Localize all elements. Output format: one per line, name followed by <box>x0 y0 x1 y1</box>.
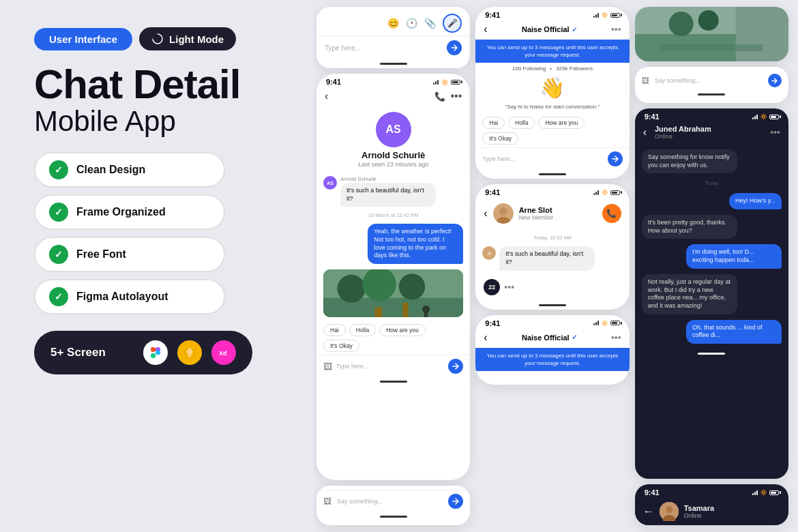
say-placeholder-tr[interactable]: Say something... <box>655 77 763 84</box>
sketch-icon[interactable] <box>177 340 202 365</box>
phone-button-1[interactable]: 📞 <box>434 91 445 102</box>
quick-reply-holla-1[interactable]: Holla <box>349 324 376 336</box>
feature-label-1: Clean Design <box>76 164 145 176</box>
phone-arne: 9:41 🔅 ‹ <box>475 184 629 309</box>
svg-text:Xd: Xd <box>219 350 227 357</box>
light-mode-badge[interactable]: Light Mode <box>139 27 236 50</box>
juned-header: ‹ Juned Abraham Online ••• <box>635 122 788 144</box>
msg-bubble-received-1: It's such a beautiful day, isn't it? <box>340 183 436 207</box>
arnold-lastseen: Last seen 23 minutes ago <box>325 161 462 168</box>
tsamara-name: Tsamara <box>684 504 714 512</box>
mic-icon[interactable]: 🎤 <box>443 14 462 33</box>
status-time-arne: 9:41 <box>485 188 500 196</box>
naise-name: Naise Official ✓ <box>493 25 606 33</box>
quick-reply-okay-2[interactable]: It's Okay <box>482 132 518 145</box>
naise-header: ‹ Naise Official ✓ ••• <box>475 20 629 40</box>
quick-reply-okay-1[interactable]: It's Okay <box>323 340 359 352</box>
phone-column-2: 9:41 🔅 ‹ Naise Official ✓ <box>473 7 632 525</box>
following-count: 100 Following <box>512 65 546 72</box>
naise-stats: 100 Following • 329k Followers <box>475 63 629 73</box>
arne-role: New Member <box>519 214 597 221</box>
svg-point-1 <box>152 33 159 40</box>
feature-label-4: Figma Autolayout <box>76 291 168 303</box>
back-button-arne[interactable]: ‹ <box>484 207 487 220</box>
spacer-naise-b <box>475 371 629 385</box>
more-button-1[interactable]: ••• <box>451 90 462 102</box>
status-time-naise-b: 9:41 <box>485 319 500 327</box>
type-placeholder-2[interactable]: Type here... <box>482 156 603 162</box>
say-placeholder-1[interactable]: Say something... <box>337 498 443 505</box>
more-button-2[interactable]: ••• <box>611 24 621 35</box>
title-section: Chat Detail Mobile App <box>34 63 286 137</box>
arne-avatar <box>493 203 514 224</box>
naise-b-header: ‹ Naise Official ✓ ••• <box>475 329 629 348</box>
juned-sent-row-2: I'm doing well, too! D... exciting happe… <box>642 244 782 268</box>
start-conversation-text: "Say hi to Naise for start conversation.… <box>475 102 629 114</box>
quick-reply-howru-2[interactable]: How are you <box>538 117 585 129</box>
send-button-2[interactable] <box>608 151 623 166</box>
quick-reply-holla-2[interactable]: Holla <box>508 117 535 129</box>
xd-icon[interactable]: Xd <box>211 340 236 365</box>
check-icon-1 <box>49 160 68 179</box>
home-indicator-arne <box>539 304 566 306</box>
back-button-juned[interactable]: ‹ <box>643 126 647 138</box>
back-button-tsamara[interactable]: ← <box>643 505 654 518</box>
status-bar-naise-b: 9:41 🔅 <box>475 315 629 329</box>
chat-input-bar-1: 🖼 Type here... <box>316 355 470 377</box>
quick-reply-howru-1[interactable]: How are you <box>379 324 426 336</box>
wave-emoji: 👋 <box>475 73 629 102</box>
type-placeholder-1[interactable]: Type here... <box>336 363 444 370</box>
figma-icon[interactable] <box>143 340 168 365</box>
juned-bubble-1: Say something for know notify you can en… <box>642 149 737 173</box>
call-button-arne[interactable]: 📞 <box>602 204 621 223</box>
tsamara-avatar <box>660 502 679 521</box>
quick-reply-hai-2[interactable]: Hai <box>482 117 505 129</box>
phone-column-3: 🖼 Say something... 9:41 🔅 <box>632 7 791 525</box>
svg-point-12 <box>338 275 366 303</box>
status-icons-1: 🔅 <box>433 78 460 86</box>
svg-point-27 <box>698 10 718 31</box>
svg-rect-17 <box>417 312 454 318</box>
naise-banner: You can send up to 3 messages until this… <box>475 40 629 63</box>
left-panel: User Interface Light Mode Chat Detail Mo… <box>0 0 314 532</box>
send-button-top[interactable] <box>447 40 462 55</box>
message-row-1: AS Arnold Schurlè It's such a beautiful … <box>323 176 463 207</box>
feature-label-2: Frame Organized <box>76 206 166 218</box>
say-send-btn-1[interactable] <box>448 494 463 509</box>
juned-sent-row-3: Oh, that sounds ... kind of coffee di... <box>642 320 782 344</box>
arnold-profile: AS Arnold Schurlè Last seen 23 minutes a… <box>316 105 470 172</box>
feature-free-font: Free Font <box>34 237 225 272</box>
juned-msg-1: Say something for know notify you can en… <box>642 149 782 173</box>
back-button-1[interactable]: ‹ <box>325 90 328 102</box>
messages-area-arne: Today, 10:23 AM A It's such a beautiful … <box>475 229 629 274</box>
more-button-juned[interactable]: ••• <box>770 127 780 138</box>
quick-reply-hai-1[interactable]: Hai <box>323 324 346 336</box>
phone-juned: 9:41 🔅 ‹ Juned Abraham Online <box>635 108 788 479</box>
home-indicator-say-1 <box>380 516 407 518</box>
juned-msg-5: Not really, just a regular day at work. … <box>642 274 782 314</box>
juned-msg-3: It's been pretty good, thanks. How about… <box>642 215 782 239</box>
ui-badge[interactable]: User Interface <box>34 28 132 50</box>
status-bar-1: 9:41 🔅 <box>316 74 470 87</box>
status-icons-naise-b: 🔅 <box>593 320 620 327</box>
send-button-1[interactable] <box>448 359 463 374</box>
status-time-tsamara: 9:41 <box>645 488 660 497</box>
more-dots-arne[interactable]: ••• <box>504 282 514 293</box>
status-bar-tsamara: 9:41 🔅 <box>635 484 788 498</box>
tools-bar: 5+ Screen Xd <box>34 331 252 374</box>
juned-bubble-sent-2: I'm doing well, too! D... exciting happe… <box>686 244 782 268</box>
verified-icon: ✓ <box>572 26 577 33</box>
say-send-btn-tr[interactable] <box>768 74 782 87</box>
back-button-2[interactable]: ‹ <box>484 23 487 35</box>
juned-bubble-5: Not really, just a regular day at work. … <box>642 274 737 314</box>
clock-icon: 🕐 <box>406 18 417 29</box>
chat-input-bar-2: Type here... <box>475 147 629 170</box>
status-bar-juned: 9:41 🔅 <box>635 108 788 122</box>
status-time-2: 9:41 <box>485 11 500 19</box>
status-bar-2: 9:41 🔅 <box>475 7 629 20</box>
svg-rect-19 <box>424 312 428 318</box>
back-button-naise-b[interactable]: ‹ <box>484 331 487 344</box>
home-indicator-juned <box>698 353 725 355</box>
more-button-naise-b[interactable]: ••• <box>611 332 621 343</box>
msg-timestamp-1: 10 March at 12:42 PM <box>323 212 463 218</box>
